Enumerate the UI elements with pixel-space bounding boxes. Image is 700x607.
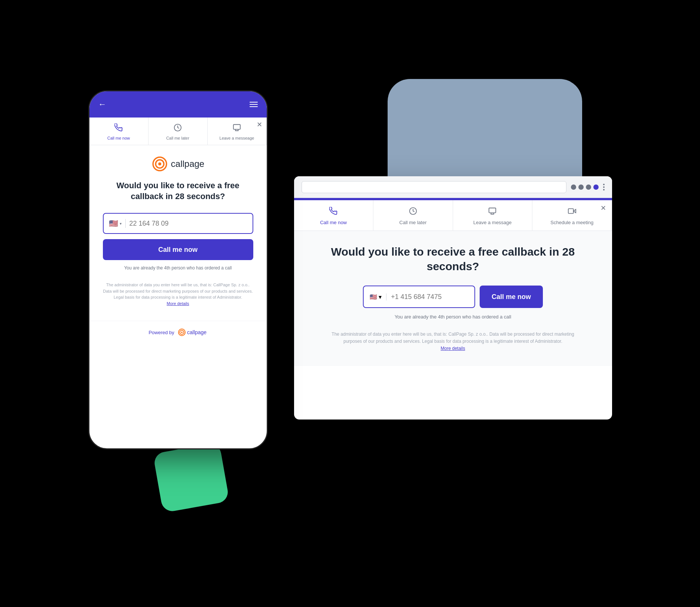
browser-dot-4: [593, 184, 599, 190]
widget-phone-number-field[interactable]: [391, 293, 466, 301]
browser-menu-button[interactable]: [603, 184, 605, 190]
widget-video-icon: [568, 207, 576, 217]
widget-tab-message-label: Leave a message: [473, 220, 512, 225]
callpage-logo-text: callpage: [171, 159, 204, 169]
phone-tab-message-label: Leave a messeage: [220, 136, 254, 140]
phone-legal-text: The administrator of data you enter here…: [103, 282, 253, 306]
browser-dot-2: [578, 184, 584, 190]
widget-tab-schedule-label: Schedule a meeting: [550, 220, 593, 225]
widget-phone-input-container: 🇺🇸 ▾: [363, 286, 475, 308]
phone-tab-call-later[interactable]: Call me later: [149, 118, 208, 145]
widget-tab-call-now[interactable]: Call me now: [294, 200, 374, 231]
widget-tab-call-now-label: Call me now: [320, 220, 347, 225]
browser-dots: [571, 184, 599, 190]
callpage-logo-icon: [152, 156, 168, 172]
phone-tab-call-now-label: Call me now: [107, 136, 130, 140]
phone-back-button[interactable]: ←: [98, 100, 107, 109]
phone-tab-call-later-label: Call me later: [166, 136, 189, 140]
phone-menu-button[interactable]: [250, 102, 258, 107]
footer-callpage-logo: callpage: [177, 328, 207, 337]
phone-call-now-button[interactable]: Call me now: [103, 239, 253, 260]
widget-flag-selector[interactable]: 🇺🇸 ▾: [370, 293, 386, 301]
svg-point-4: [158, 162, 161, 165]
widget-input-row: 🇺🇸 ▾ Call me now: [315, 286, 591, 308]
widget-clock-icon: [409, 207, 417, 217]
phone-icon: [114, 123, 123, 134]
scene: ← Call me now: [88, 79, 612, 528]
svg-marker-11: [573, 209, 575, 213]
phone-widget: ← Call me now: [88, 90, 268, 449]
phone-content: callpage Would you like to receive a fre…: [89, 145, 267, 317]
flag-us-icon: 🇺🇸: [109, 219, 118, 228]
widget-flag-arrow-icon: ▾: [379, 293, 382, 301]
svg-rect-10: [489, 208, 496, 213]
widget-close-button[interactable]: ✕: [600, 204, 606, 212]
browser-address-bar[interactable]: [302, 181, 566, 193]
phone-flag-selector[interactable]: 🇺🇸 ▾: [109, 219, 126, 228]
browser-dot-3: [586, 184, 591, 190]
phone-headline: Would you like to receive a free callbac…: [103, 180, 253, 202]
svg-rect-1: [233, 125, 240, 129]
widget-legal-text: The administrator of data you enter here…: [322, 331, 584, 353]
widget-flag-us-icon: 🇺🇸: [370, 293, 377, 301]
widget-tab-call-later-label: Call me later: [399, 220, 427, 225]
clock-icon: [174, 123, 182, 134]
phone-person-count: You are already the 4th person who has o…: [103, 265, 253, 271]
svg-text:callpage: callpage: [187, 329, 207, 335]
widget-headline: Would you like to receive a free callbac…: [315, 244, 591, 274]
widget-tab-call-later[interactable]: Call me later: [373, 200, 453, 231]
blob-green: [153, 442, 229, 513]
browser-toolbar: [294, 176, 612, 198]
phone-number-field[interactable]: [129, 220, 247, 228]
flag-arrow-icon: ▾: [120, 222, 122, 226]
powered-by-text: Powered by: [149, 330, 174, 335]
browser-content: Call me now Call me later: [294, 200, 612, 366]
phone-more-details-link[interactable]: More details: [167, 301, 189, 306]
widget-phone-icon: [329, 207, 337, 217]
widget-message-icon: [488, 207, 496, 217]
widget-person-count: You are already the 4th person who has o…: [315, 314, 591, 320]
widget-tab-message[interactable]: Leave a message: [453, 200, 533, 231]
browser-dot-1: [571, 184, 576, 190]
message-icon: [233, 123, 241, 134]
callpage-logo: callpage: [103, 156, 253, 172]
svg-rect-12: [568, 209, 574, 214]
widget-more-details-link[interactable]: More details: [441, 346, 465, 351]
widget-call-now-button[interactable]: Call me now: [480, 286, 543, 308]
widget-tabs: Call me now Call me later: [294, 200, 612, 231]
svg-point-7: [181, 332, 183, 333]
phone-tab-call-now[interactable]: Call me now: [89, 118, 149, 145]
phone-footer: Powered by callpage: [89, 321, 267, 344]
phone-header: ←: [89, 91, 267, 118]
browser-widget: Call me now Call me later: [294, 176, 612, 420]
phone-input-container: 🇺🇸 ▾: [103, 213, 253, 234]
phone-body: callpage Would you like to receive a fre…: [89, 145, 267, 344]
phone-tabs: Call me now Call me later: [89, 118, 267, 145]
phone-close-button[interactable]: ✕: [257, 121, 262, 129]
widget-main: Would you like to receive a free callbac…: [294, 231, 612, 366]
